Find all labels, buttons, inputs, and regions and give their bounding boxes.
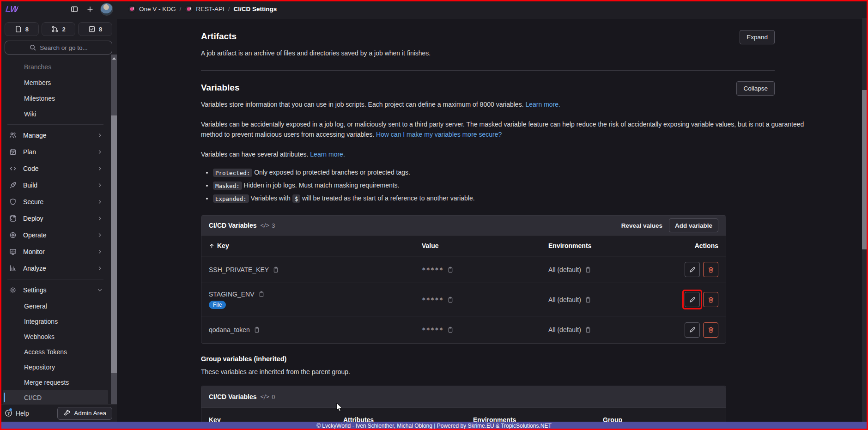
- group-variables-count: </> 0: [261, 394, 275, 400]
- page-scrollbar-thumb[interactable]: [862, 90, 868, 249]
- key-cell: STAGING_ENVFile: [209, 291, 422, 309]
- sidebar: 828 Search or go to... BranchesMembersMi…: [0, 18, 117, 422]
- project-variables-panel-header: CI/CD Variables </> 3 Reveal values Add …: [201, 216, 726, 236]
- secure-icon: [9, 198, 17, 206]
- analyze-icon: [9, 265, 17, 272]
- sidebar-item-integrations[interactable]: Integrations: [3, 314, 108, 329]
- sidebar-item-settings[interactable]: Settings: [3, 282, 108, 298]
- environments-cell: All (default): [548, 266, 682, 273]
- search-input[interactable]: Search or go to...: [5, 41, 112, 55]
- group-variables-count-value: 0: [272, 394, 275, 400]
- copy-environment-icon[interactable]: [585, 327, 591, 333]
- edit-variable-button[interactable]: [685, 322, 700, 338]
- sidebar-item-general[interactable]: General: [3, 298, 108, 314]
- add-variable-button[interactable]: Add variable: [669, 218, 718, 232]
- environments-cell: All (default): [548, 326, 682, 333]
- top-bar-left: LW: [0, 0, 117, 18]
- copy-value-icon[interactable]: [447, 327, 454, 333]
- variables-p2-text: Variables can be accidentally exposed in…: [201, 121, 804, 138]
- copy-key-icon[interactable]: [273, 266, 279, 273]
- masked-value: *****: [422, 296, 443, 303]
- sidebar-item-secure[interactable]: Secure: [3, 194, 108, 210]
- search-placeholder: Search or go to...: [40, 44, 88, 51]
- sidebar-item-manage[interactable]: Manage: [3, 127, 108, 144]
- help-button[interactable]: ? Help: [5, 409, 29, 417]
- file-badge: File: [209, 301, 226, 309]
- issues-icon: [15, 25, 22, 33]
- delete-variable-button[interactable]: [703, 322, 718, 338]
- panel-title: CI/CD Variables: [209, 393, 257, 400]
- variables-collapse-button[interactable]: Collapse: [736, 81, 775, 96]
- pencil-icon: [689, 296, 696, 303]
- user-avatar[interactable]: [100, 3, 113, 16]
- breadcrumb-label: CI/CD Settings: [234, 6, 277, 12]
- sidebar-footer: ? Help Admin Area: [0, 404, 117, 422]
- copy-key-icon[interactable]: [258, 291, 265, 297]
- sidebar-item-label: Manage: [23, 132, 47, 139]
- merge-requests-count-button[interactable]: 2: [42, 22, 76, 36]
- sidebar-item-access-tokens[interactable]: Access Tokens: [3, 344, 108, 359]
- sidebar-item-members[interactable]: Members: [3, 75, 108, 91]
- sidebar-item-code[interactable]: Code: [3, 160, 108, 177]
- app-logo[interactable]: LW: [5, 4, 18, 14]
- column-key: Key: [209, 242, 422, 249]
- sidebar-item-wiki[interactable]: Wiki: [3, 106, 108, 122]
- pencil-icon: [689, 266, 696, 273]
- sidebar-item-label: Analyze: [23, 265, 46, 272]
- sidebar-item-analyze[interactable]: Analyze: [3, 260, 108, 277]
- learn-more-link-2[interactable]: Learn more.: [310, 151, 345, 158]
- sidebar-item-label: Plan: [23, 148, 36, 156]
- key-cell: qodana_token: [209, 326, 422, 333]
- sidebar-item-ci/cd[interactable]: CI/CD: [3, 390, 108, 405]
- sidebar-item-operate[interactable]: Operate: [3, 227, 108, 243]
- admin-area-button[interactable]: Admin Area: [57, 407, 112, 420]
- settings-icon: [9, 286, 17, 294]
- edit-variable-button[interactable]: [685, 292, 700, 307]
- sidebar-item-milestones[interactable]: Milestones: [3, 91, 108, 106]
- chevron-right-icon: [97, 199, 103, 205]
- breadcrumb-item[interactable]: REST-API: [185, 5, 225, 13]
- sidebar-toggle-button[interactable]: [69, 4, 80, 15]
- trash-icon: [707, 266, 715, 273]
- create-new-button[interactable]: [85, 4, 96, 15]
- sort-arrow-up-icon[interactable]: [209, 243, 215, 249]
- sidebar-item-merge-requests[interactable]: Merge requests: [3, 375, 108, 390]
- search-icon: [29, 44, 36, 51]
- manage-icon: [9, 132, 17, 139]
- sidebar-item-webhooks[interactable]: Webhooks: [3, 329, 108, 344]
- copy-environment-icon[interactable]: [585, 297, 591, 303]
- column-environments: Environments: [473, 416, 603, 422]
- copy-value-icon[interactable]: [447, 297, 454, 303]
- sidebar-item-deploy[interactable]: Deploy: [3, 210, 108, 227]
- artifacts-expand-button[interactable]: Expand: [740, 30, 775, 44]
- sidebar-item-plan[interactable]: Plan: [3, 144, 108, 160]
- todos-count-button[interactable]: 8: [78, 22, 112, 36]
- sidebar-item-build[interactable]: Build: [3, 177, 108, 194]
- sidebar-item-monitor[interactable]: Monitor: [3, 243, 108, 260]
- variables-table-body: SSH_PRIVATE_KEY*****All (default)STAGING…: [201, 256, 726, 343]
- column-value: Value: [422, 242, 548, 249]
- chevron-right-icon: [97, 133, 103, 138]
- edit-variable-button[interactable]: [685, 262, 700, 277]
- secure-variables-link[interactable]: How can I make my variables more secure?: [376, 131, 502, 138]
- column-group: Group: [603, 416, 718, 422]
- issues-count-button[interactable]: 8: [5, 22, 39, 36]
- variable-key: STAGING_ENV: [209, 291, 255, 298]
- group-variables-description: These variables are inherited from the p…: [201, 368, 775, 375]
- sidebar-item-branches[interactable]: Branches: [3, 59, 108, 75]
- sidebar-scrollbar[interactable]: [111, 55, 117, 412]
- count-value: 8: [99, 26, 102, 33]
- copy-key-icon[interactable]: [254, 327, 260, 333]
- breadcrumb-item[interactable]: One V - KDG: [128, 5, 176, 13]
- sidebar-item-repository[interactable]: Repository: [3, 359, 108, 375]
- copy-value-icon[interactable]: [447, 266, 454, 273]
- sidebar-item-label: Monitor: [23, 248, 45, 255]
- learn-more-link-1[interactable]: Learn more.: [525, 101, 560, 108]
- chevron-right-icon: [97, 182, 103, 188]
- delete-variable-button[interactable]: [703, 292, 718, 307]
- copy-environment-icon[interactable]: [585, 266, 591, 273]
- reveal-values-button[interactable]: Reveal values: [621, 222, 662, 229]
- delete-variable-button[interactable]: [703, 262, 718, 277]
- panel-icon: [71, 6, 78, 13]
- deploy-icon: [9, 215, 17, 222]
